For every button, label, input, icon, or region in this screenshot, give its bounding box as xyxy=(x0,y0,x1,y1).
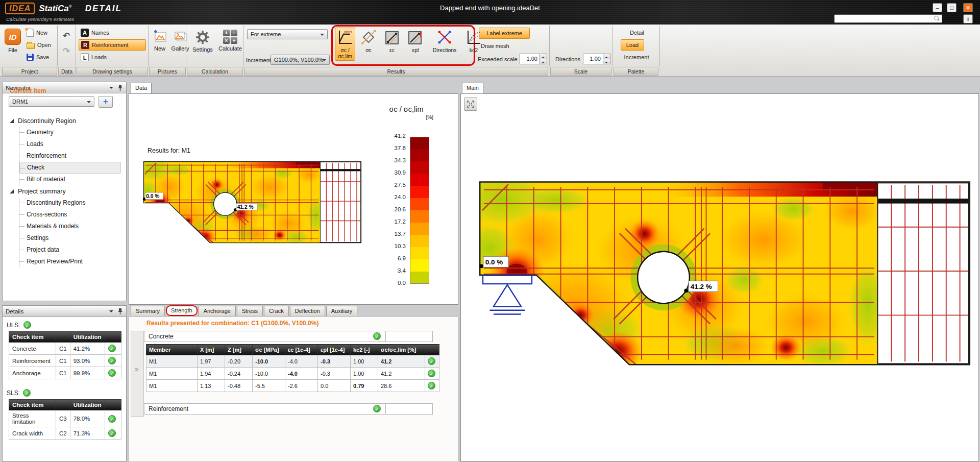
navigator-tree: Discontinuity RegionGeometryLoadsReinfor… xyxy=(7,115,124,268)
names-toggle[interactable]: A Names xyxy=(79,27,146,38)
tab-deflection[interactable]: Deflection xyxy=(290,306,325,316)
concrete-row-0[interactable]: M11.97-0.20-10.0-4.0-0.31.0041.2✓ xyxy=(146,355,439,368)
group-label-drawing-settings: Drawing settings xyxy=(77,67,148,76)
label-extreme-toggle[interactable]: Label extreme xyxy=(479,28,530,39)
navigator-collapse-icon[interactable] xyxy=(109,87,113,91)
row-expander[interactable]: > xyxy=(135,366,139,373)
new-button[interactable]: ✷ New xyxy=(24,27,50,38)
add-item-button[interactable]: + xyxy=(99,96,113,108)
current-item-label: Current item xyxy=(10,87,46,94)
result-directions-button[interactable]: Directions xyxy=(429,28,460,55)
exceeded-scale-value[interactable]: 1.00 xyxy=(520,54,540,64)
save-button[interactable]: Save xyxy=(24,52,51,63)
file-button[interactable]: ID File xyxy=(3,28,22,63)
calculate-button[interactable]: +−×÷ Calculate xyxy=(216,30,244,52)
directions-scale-value[interactable]: 1.00 xyxy=(583,54,603,64)
tab-auxiliary[interactable]: Auxiliary xyxy=(326,306,358,316)
open-button[interactable]: Open xyxy=(24,39,53,51)
result-epsilon-pl-button[interactable]: !εpl xyxy=(405,28,426,55)
tree-item-report-preview-print[interactable]: Report Preview/Print xyxy=(19,256,121,268)
directions-scale-up-icon[interactable] xyxy=(603,54,610,59)
tree-item-reinforcement[interactable]: Reinforcement xyxy=(19,150,121,162)
navigator-pin-icon[interactable] xyxy=(117,84,123,91)
tree-item-loads[interactable]: Loads xyxy=(19,138,121,150)
svg-text:41.2 %: 41.2 % xyxy=(691,283,712,290)
tree-item-project-data[interactable]: Project data xyxy=(19,244,121,256)
col-6: kc2 [-] xyxy=(351,345,378,355)
check-ok-icon: ✓ xyxy=(108,357,116,364)
data-viewport[interactable]: Results for: M1 0.0 %41.2 % σc / σc,lim … xyxy=(129,93,458,305)
tab-data[interactable]: Data xyxy=(131,83,152,93)
tab-summary[interactable]: Summary xyxy=(131,306,165,316)
palette-load-button[interactable]: Load xyxy=(621,39,644,51)
result-epsilon-c-button[interactable]: εc xyxy=(382,28,402,55)
details-pin-icon[interactable] xyxy=(117,308,123,315)
tree-expander-icon[interactable] xyxy=(10,189,14,193)
exceeded-scale-up-icon[interactable] xyxy=(540,54,547,59)
extreme-select[interactable]: For extreme xyxy=(247,29,328,39)
tree-root-1[interactable]: Project summary xyxy=(7,185,124,197)
search-icon[interactable] xyxy=(934,16,940,21)
draw-mesh-toggle[interactable]: Draw mesh xyxy=(479,40,530,52)
tree-children-0: GeometryLoadsReinforcementCheckBill of m… xyxy=(19,127,124,185)
tab-anchorage[interactable]: Anchorage xyxy=(199,306,236,316)
details-collapse-icon[interactable] xyxy=(109,310,113,314)
picture-new-button[interactable]: New xyxy=(151,30,168,52)
sls-table: Check itemUtilizationStress limitationC3… xyxy=(9,399,121,440)
settings-button[interactable]: Settings xyxy=(190,30,215,53)
check-ok-icon: ✓ xyxy=(428,357,435,365)
main-viewport[interactable]: 0.0 %41.2 % xyxy=(460,93,979,461)
tree-item-cross-sections[interactable]: Cross-sections xyxy=(19,209,121,221)
tree-item-geometry[interactable]: Geometry xyxy=(19,127,121,138)
tree-expander-icon[interactable] xyxy=(10,119,14,123)
redo-button[interactable]: ↷ xyxy=(59,46,74,58)
concrete-row-1[interactable]: M11.94-0.24-10.0-4.0-0.31.0041.2✓ xyxy=(146,368,439,380)
tab-stress[interactable]: Stress xyxy=(237,306,263,316)
info-button[interactable]: i xyxy=(963,14,973,23)
group-label-data: Data xyxy=(58,67,76,76)
svg-text:0.0 %: 0.0 % xyxy=(485,258,503,266)
result-sigma-c-button[interactable]: σc xyxy=(358,28,379,55)
zoom-extents-button[interactable] xyxy=(464,98,477,111)
directions-scale-label: Directions xyxy=(555,56,580,62)
tab-main[interactable]: Main xyxy=(462,83,483,93)
tree-root-0[interactable]: Discontinuity Region xyxy=(7,115,124,127)
tab-crack[interactable]: Crack xyxy=(264,306,289,316)
reinforcement-toggle[interactable]: R Reinforcement xyxy=(79,39,146,51)
search-input[interactable] xyxy=(835,16,934,22)
details-row: AnchorageC199.9%✓ xyxy=(9,367,121,379)
minimize-button[interactable]: – xyxy=(933,3,942,12)
zoom-extents-icon xyxy=(467,100,475,108)
tree-item-settings[interactable]: Settings xyxy=(19,232,121,244)
close-button[interactable]: ✕ xyxy=(963,3,973,12)
loads-toggle[interactable]: L Loads xyxy=(79,52,146,63)
section-reinforcement[interactable]: Reinforcement ✓ xyxy=(144,403,433,415)
directions-scale-down-icon[interactable] xyxy=(603,59,610,64)
current-item-select[interactable]: DRM1 xyxy=(9,96,94,107)
svg-text:41.2 %: 41.2 % xyxy=(237,204,254,210)
palette-increment-button[interactable]: Increment xyxy=(618,52,655,63)
palette-detail-button[interactable]: Detail xyxy=(622,27,652,38)
details-row: Crack widthC271.3%✓ xyxy=(9,427,121,440)
result-sigma-ratio-button[interactable]: σlimσc / σc,lim xyxy=(335,28,355,61)
calculate-icon: +−×÷ xyxy=(223,30,237,44)
tree-item-check[interactable]: Check xyxy=(19,162,121,174)
exceeded-scale-down-icon[interactable] xyxy=(540,59,547,64)
tree-item-bill-of-material[interactable]: Bill of material xyxy=(19,174,121,185)
gallery-button[interactable]: Gallery xyxy=(168,30,192,52)
tab-strength[interactable]: Strength xyxy=(166,305,198,316)
new-document-icon: ✷ xyxy=(27,29,34,37)
undo-button[interactable]: ↶ xyxy=(59,31,74,43)
section-concrete[interactable]: Concrete ✓ xyxy=(144,331,433,342)
tree-item-materials-models[interactable]: Materials & models xyxy=(19,221,121,232)
tree-item-discontinuity-regions[interactable]: Discontinuity Regions xyxy=(19,197,121,209)
scale-band-5 xyxy=(410,198,429,210)
concrete-row-2[interactable]: M11.13-0.48-5.5-2.60.00.7928.6✓ xyxy=(146,380,439,392)
details-col-0: Check item xyxy=(9,332,56,343)
loads-icon: L xyxy=(81,53,89,61)
maximize-button[interactable]: □ xyxy=(947,3,957,12)
result-kc2-button[interactable]: kc2 xyxy=(463,28,484,55)
increment-select[interactable]: G100.0%, V100.0% xyxy=(271,55,330,65)
tree-root-label: Discontinuity Region xyxy=(18,117,76,125)
scale-band-10 xyxy=(410,259,429,272)
